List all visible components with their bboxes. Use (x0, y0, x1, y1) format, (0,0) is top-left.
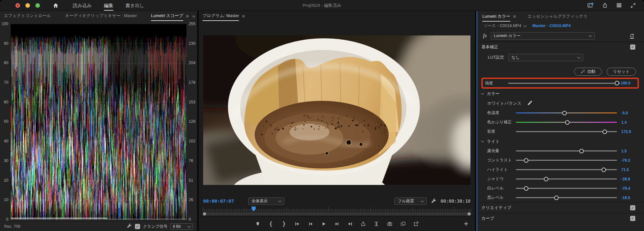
slider-value[interactable]: 1.5 (621, 149, 639, 153)
minimize-window-button[interactable] (25, 3, 30, 8)
slider-knob[interactable] (615, 81, 619, 85)
slider-track[interactable] (516, 131, 617, 132)
slider-value[interactable]: 172.9 (621, 130, 639, 134)
tab-lumetri-scopes[interactable]: Lumetri スコープ (151, 11, 183, 20)
reset-effect-icon[interactable] (630, 33, 634, 39)
slider-value[interactable]: 71.5 (621, 168, 639, 172)
step-forward-icon[interactable] (333, 220, 340, 227)
slider-value[interactable]: -39.8 (621, 177, 639, 181)
home-icon[interactable] (53, 3, 59, 8)
export-frame-icon[interactable] (386, 220, 393, 227)
current-timecode[interactable]: 00:00:07:07 (203, 198, 234, 204)
slider-knob[interactable] (601, 168, 606, 172)
plus-icon[interactable] (464, 221, 469, 226)
slider-track[interactable] (516, 150, 617, 151)
tab-export[interactable]: 書き出し (126, 1, 145, 10)
color-section-header[interactable]: カラー (477, 89, 644, 99)
tab-import[interactable]: 読み込み (73, 1, 92, 10)
monitor-timeline (199, 207, 475, 216)
mark-out-icon[interactable]: } (280, 220, 288, 227)
slider-track[interactable] (516, 160, 617, 161)
workspaces-menu-icon[interactable] (616, 3, 622, 8)
tab-program-master[interactable]: プログラム: Master (203, 11, 239, 20)
scale-label: 20 (4, 178, 8, 183)
basic-correction-checkbox[interactable]: ✓ (630, 44, 635, 50)
slider-track[interactable] (516, 112, 617, 113)
slider-knob[interactable] (579, 149, 584, 153)
timeline-zoom-scrollbar[interactable] (203, 212, 471, 216)
playback-quality-select[interactable]: フル画質 (394, 197, 427, 205)
extract-icon[interactable] (373, 220, 380, 227)
play-icon[interactable] (320, 220, 327, 227)
tab-lumetri-color[interactable]: Lumetri カラー (482, 12, 510, 21)
clamp-signal-checkbox[interactable]: ✓ (135, 224, 140, 229)
slider-knob[interactable] (554, 196, 559, 200)
slider-track[interactable] (516, 178, 617, 179)
creative-section-header[interactable]: クリエイティブ ✓ (477, 203, 644, 213)
slider-track[interactable] (516, 197, 617, 198)
auto-button[interactable]: 自動 (574, 68, 602, 76)
share-icon[interactable] (602, 3, 608, 8)
lift-icon[interactable] (360, 220, 367, 227)
slider-knob[interactable] (524, 158, 528, 163)
zoom-handle-right[interactable] (468, 212, 471, 216)
fullscreen-icon[interactable] (630, 3, 636, 8)
slider-knob[interactable] (524, 186, 528, 191)
slider-knob[interactable] (562, 111, 567, 115)
slider-track[interactable] (516, 169, 617, 170)
slider-value[interactable]: -79.4 (621, 186, 639, 191)
slider-knob[interactable] (565, 120, 570, 125)
slider-track[interactable] (516, 188, 617, 189)
slider-label: 色温度 (487, 110, 516, 116)
chevron-down-icon[interactable] (523, 24, 526, 27)
slider-value[interactable]: 1.4 (621, 120, 639, 125)
go-to-in-icon[interactable] (294, 220, 301, 227)
export-icon[interactable] (412, 220, 420, 227)
go-to-out-icon[interactable] (346, 220, 354, 227)
reset-button[interactable]: リセット (607, 68, 636, 76)
lut-select[interactable]: なし (508, 54, 583, 61)
basic-correction-header[interactable]: 基本補正 ✓ (477, 42, 644, 52)
close-window-button[interactable] (15, 3, 20, 8)
eyedropper-icon[interactable] (527, 101, 532, 107)
slider-value[interactable]: -79.3 (621, 158, 639, 163)
tab-essential-graphics[interactable]: エッセンシャルグラフィックス (527, 12, 587, 21)
source-clip-label[interactable]: ソース・C0016.MP4 (484, 23, 521, 29)
time-ruler[interactable] (203, 207, 471, 212)
monitor-settings-wrench-icon[interactable] (431, 198, 437, 204)
panel-menu-icon[interactable]: ≡ (513, 14, 516, 19)
slider-knob[interactable] (602, 130, 607, 134)
light-section-header[interactable]: ライト (477, 136, 644, 146)
quality-value: フル画質 (398, 198, 414, 204)
panel-menu-icon[interactable]: ≡ (242, 13, 245, 19)
overflow-panels-icon[interactable]: » (193, 13, 194, 19)
effect-select[interactable]: Lumetri カラー (491, 32, 595, 40)
slider-track[interactable] (516, 122, 617, 123)
add-marker-icon[interactable] (254, 220, 261, 227)
slider-value[interactable]: -5.0 (621, 111, 639, 115)
tab-effect-controls[interactable]: エフェクトコントロール (4, 11, 51, 20)
zoom-window-button[interactable] (35, 3, 40, 8)
master-clip-link[interactable]: Master・C0016.MP4 (533, 23, 571, 29)
zoom-handle-left[interactable] (203, 212, 206, 216)
slider-value[interactable]: -19.5 (621, 196, 639, 200)
tab-edit[interactable]: 編集 (104, 1, 113, 10)
tab-audio-clip-mixer[interactable]: オーディオクリップミキサー : Master (65, 11, 137, 20)
light-sliders: 露光量1.5コントラスト-79.3ハイライト71.5シャドウ-39.8白レベル-… (477, 146, 644, 202)
panel-menu-icon[interactable]: ≡ (186, 13, 189, 19)
mode-tabs: 読み込み 編集 書き出し (73, 1, 144, 10)
workspace-icon[interactable] (587, 3, 593, 8)
slider-track[interactable] (508, 83, 620, 84)
zoom-level-select[interactable]: 全体表示 (248, 197, 284, 205)
slider-knob[interactable] (544, 177, 548, 181)
comparison-view-icon[interactable] (399, 220, 406, 227)
creative-checkbox[interactable]: ✓ (630, 205, 635, 210)
mark-in-icon[interactable]: { (267, 220, 274, 227)
curves-section-header[interactable]: カーブ ✓ (477, 213, 644, 224)
step-back-icon[interactable] (307, 220, 314, 227)
bit-depth-select[interactable]: 8 Bit (170, 223, 193, 230)
curves-checkbox[interactable]: ✓ (630, 216, 635, 221)
intensity-slider-wrap: 強度100.0 (477, 78, 644, 89)
premiere-window: 読み込み 編集 書き出し Proj0524 - 編集済み エフェクトコントロール (0, 0, 644, 231)
scope-settings-wrench-icon[interactable] (127, 224, 132, 230)
